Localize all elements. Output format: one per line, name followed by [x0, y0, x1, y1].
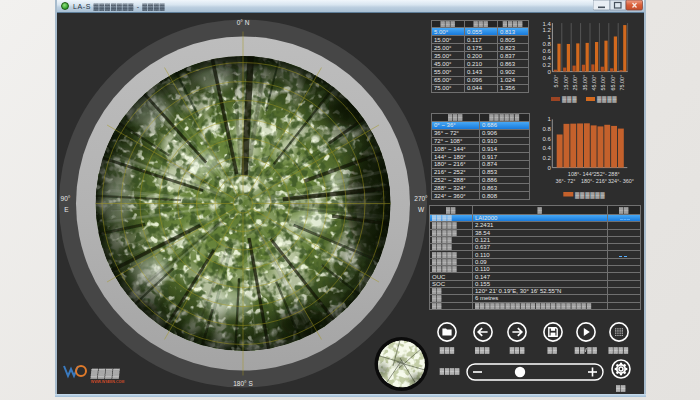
svg-text:5.00°: 5.00°	[553, 75, 559, 88]
svg-text:0: 0	[548, 69, 552, 75]
svg-text:0.6: 0.6	[542, 136, 551, 142]
svg-text:0.2: 0.2	[542, 155, 551, 161]
svg-text:0.8: 0.8	[542, 126, 551, 132]
svg-text:0.4: 0.4	[542, 145, 551, 151]
svg-text:0° N: 0° N	[237, 19, 250, 26]
svg-text:0: 0	[547, 165, 551, 171]
svg-text:1.4: 1.4	[543, 21, 552, 27]
svg-text:36°- 72°: 36°- 72°	[556, 178, 576, 184]
svg-text:25.00°: 25.00°	[572, 75, 578, 91]
svg-text:0.2: 0.2	[543, 62, 552, 68]
svg-text:1: 1	[548, 34, 552, 40]
svg-text:E: E	[64, 206, 69, 213]
svg-text:▓▓▓▓▓▓: ▓▓▓▓▓▓	[575, 192, 605, 199]
svg-text:65.00°: 65.00°	[610, 75, 616, 91]
svg-text:15.00°: 15.00°	[563, 75, 569, 91]
svg-text:75.00°: 75.00°	[619, 75, 625, 91]
svg-text:180°- 216°: 180°- 216°	[581, 178, 607, 184]
svg-text:324°- 360°: 324°- 360°	[608, 178, 634, 184]
svg-text:▓▓▓: ▓▓▓	[562, 96, 577, 103]
svg-text:252°- 288°: 252°- 288°	[594, 171, 620, 177]
svg-text:0.6: 0.6	[543, 48, 552, 54]
svg-text:1.2: 1.2	[543, 27, 552, 33]
svg-text:1: 1	[547, 116, 551, 122]
svg-text:180° S: 180° S	[233, 380, 253, 387]
svg-text:108°- 144°: 108°- 144°	[568, 171, 594, 177]
svg-text:90°: 90°	[61, 195, 71, 202]
svg-text:55.00°: 55.00°	[600, 75, 606, 91]
svg-text:270°: 270°	[414, 195, 428, 202]
svg-text:W: W	[418, 206, 425, 213]
svg-text:35.00°: 35.00°	[582, 75, 588, 91]
svg-text:45.00°: 45.00°	[591, 75, 597, 91]
svg-text:0.8: 0.8	[543, 41, 552, 47]
svg-text:▓▓▓▓: ▓▓▓▓	[597, 96, 617, 103]
svg-text:0.4: 0.4	[543, 55, 552, 61]
